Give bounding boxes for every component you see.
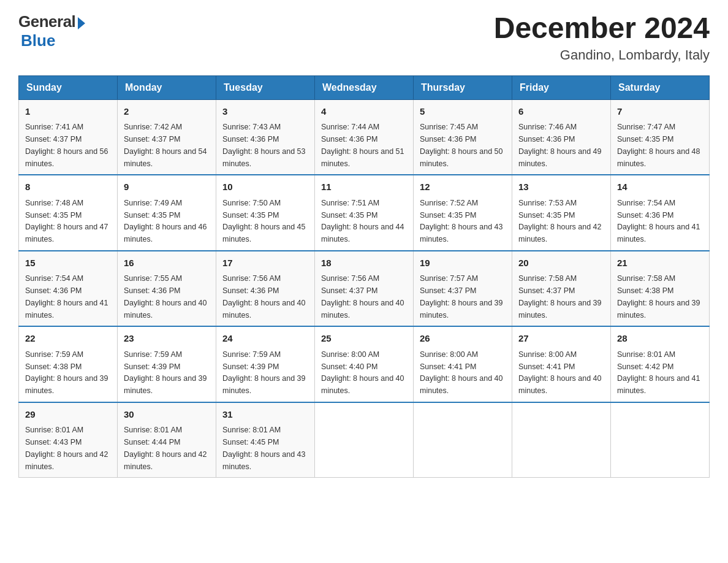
calendar-cell: 21 Sunrise: 7:58 AMSunset: 4:38 PMDaylig… [611, 251, 710, 327]
calendar-cell: 17 Sunrise: 7:56 AMSunset: 4:36 PMDaylig… [216, 251, 315, 327]
day-number: 2 [124, 105, 210, 119]
day-info: Sunrise: 8:01 AMSunset: 4:45 PMDaylight:… [222, 426, 306, 470]
header-cell-friday: Friday [512, 75, 611, 99]
calendar-cell: 26 Sunrise: 8:00 AMSunset: 4:41 PMDaylig… [414, 326, 512, 402]
calendar-cell: 2 Sunrise: 7:42 AMSunset: 4:37 PMDayligh… [118, 99, 216, 175]
calendar-cell: 12 Sunrise: 7:52 AMSunset: 4:35 PMDaylig… [414, 175, 512, 251]
day-info: Sunrise: 7:43 AMSunset: 4:36 PMDaylight:… [222, 123, 306, 167]
day-info: Sunrise: 7:56 AMSunset: 4:37 PMDaylight:… [321, 274, 404, 319]
day-number: 9 [124, 180, 210, 194]
header-row: SundayMondayTuesdayWednesdayThursdayFrid… [19, 75, 710, 99]
calendar-cell: 24 Sunrise: 7:59 AMSunset: 4:39 PMDaylig… [216, 326, 315, 402]
calendar-cell: 16 Sunrise: 7:55 AMSunset: 4:36 PMDaylig… [118, 251, 216, 327]
calendar-cell: 20 Sunrise: 7:58 AMSunset: 4:37 PMDaylig… [512, 251, 611, 327]
header-cell-monday: Monday [118, 75, 216, 99]
calendar-cell: 23 Sunrise: 7:59 AMSunset: 4:39 PMDaylig… [118, 326, 216, 402]
calendar-cell: 19 Sunrise: 7:57 AMSunset: 4:37 PMDaylig… [414, 251, 512, 327]
day-number: 30 [124, 408, 210, 422]
calendar-cell [315, 402, 414, 478]
day-number: 17 [222, 256, 308, 270]
day-number: 5 [420, 105, 506, 119]
day-number: 27 [518, 332, 604, 346]
calendar-cell: 7 Sunrise: 7:47 AMSunset: 4:35 PMDayligh… [611, 99, 710, 175]
day-number: 3 [222, 105, 308, 119]
calendar-week-3: 15 Sunrise: 7:54 AMSunset: 4:36 PMDaylig… [19, 251, 710, 327]
day-number: 15 [25, 256, 111, 270]
day-number: 4 [321, 105, 407, 119]
header-cell-saturday: Saturday [611, 75, 710, 99]
calendar-cell: 3 Sunrise: 7:43 AMSunset: 4:36 PMDayligh… [216, 99, 315, 175]
calendar-cell: 15 Sunrise: 7:54 AMSunset: 4:36 PMDaylig… [19, 251, 118, 327]
calendar-body: 1 Sunrise: 7:41 AMSunset: 4:37 PMDayligh… [19, 99, 710, 478]
calendar-cell: 28 Sunrise: 8:01 AMSunset: 4:42 PMDaylig… [611, 326, 710, 402]
day-info: Sunrise: 8:00 AMSunset: 4:40 PMDaylight:… [321, 350, 404, 395]
day-info: Sunrise: 7:58 AMSunset: 4:37 PMDaylight:… [518, 274, 602, 319]
day-info: Sunrise: 7:52 AMSunset: 4:35 PMDaylight:… [420, 199, 503, 243]
calendar-week-4: 22 Sunrise: 7:59 AMSunset: 4:38 PMDaylig… [19, 326, 710, 402]
calendar-cell: 29 Sunrise: 8:01 AMSunset: 4:43 PMDaylig… [19, 402, 118, 478]
day-info: Sunrise: 7:44 AMSunset: 4:36 PMDaylight:… [321, 123, 404, 167]
day-info: Sunrise: 7:47 AMSunset: 4:35 PMDaylight:… [617, 123, 700, 167]
day-info: Sunrise: 7:50 AMSunset: 4:35 PMDaylight:… [222, 199, 306, 243]
calendar-cell: 13 Sunrise: 7:53 AMSunset: 4:35 PMDaylig… [512, 175, 611, 251]
day-number: 11 [321, 180, 407, 194]
calendar-cell: 1 Sunrise: 7:41 AMSunset: 4:37 PMDayligh… [19, 99, 118, 175]
logo-general-text: General [18, 12, 75, 31]
day-number: 21 [617, 256, 703, 270]
day-info: Sunrise: 7:42 AMSunset: 4:37 PMDaylight:… [124, 123, 207, 167]
calendar-cell [414, 402, 512, 478]
day-info: Sunrise: 7:59 AMSunset: 4:38 PMDaylight:… [25, 350, 108, 395]
day-info: Sunrise: 7:54 AMSunset: 4:36 PMDaylight:… [25, 274, 108, 319]
header-cell-wednesday: Wednesday [315, 75, 414, 99]
day-number: 29 [25, 408, 111, 422]
logo-blue-text: Blue [21, 31, 55, 50]
day-number: 13 [518, 180, 604, 194]
day-number: 25 [321, 332, 407, 346]
day-info: Sunrise: 7:51 AMSunset: 4:35 PMDaylight:… [321, 199, 404, 243]
calendar-week-1: 1 Sunrise: 7:41 AMSunset: 4:37 PMDayligh… [19, 99, 710, 175]
location-subtitle: Gandino, Lombardy, Italy [494, 47, 710, 63]
day-number: 16 [124, 256, 210, 270]
calendar-cell: 11 Sunrise: 7:51 AMSunset: 4:35 PMDaylig… [315, 175, 414, 251]
day-number: 26 [420, 332, 506, 346]
calendar-cell: 30 Sunrise: 8:01 AMSunset: 4:44 PMDaylig… [118, 402, 216, 478]
day-number: 8 [25, 180, 111, 194]
calendar-cell: 5 Sunrise: 7:45 AMSunset: 4:36 PMDayligh… [414, 99, 512, 175]
header-cell-tuesday: Tuesday [216, 75, 315, 99]
day-info: Sunrise: 8:01 AMSunset: 4:42 PMDaylight:… [617, 350, 700, 395]
day-info: Sunrise: 7:48 AMSunset: 4:35 PMDaylight:… [25, 199, 108, 243]
day-number: 14 [617, 180, 703, 194]
day-info: Sunrise: 8:00 AMSunset: 4:41 PMDaylight:… [518, 350, 602, 395]
day-number: 7 [617, 105, 703, 119]
logo: General Blue [18, 12, 85, 50]
page-header: General Blue December 2024 Gandino, Lomb… [18, 12, 710, 63]
day-number: 18 [321, 256, 407, 270]
day-info: Sunrise: 7:56 AMSunset: 4:36 PMDaylight:… [222, 274, 306, 319]
calendar-header: SundayMondayTuesdayWednesdayThursdayFrid… [19, 75, 710, 99]
header-cell-thursday: Thursday [414, 75, 512, 99]
day-info: Sunrise: 8:00 AMSunset: 4:41 PMDaylight:… [420, 350, 503, 395]
day-info: Sunrise: 7:55 AMSunset: 4:36 PMDaylight:… [124, 274, 207, 319]
day-info: Sunrise: 7:59 AMSunset: 4:39 PMDaylight:… [222, 350, 306, 395]
calendar-cell: 22 Sunrise: 7:59 AMSunset: 4:38 PMDaylig… [19, 326, 118, 402]
title-section: December 2024 Gandino, Lombardy, Italy [494, 12, 710, 63]
calendar-table: SundayMondayTuesdayWednesdayThursdayFrid… [18, 75, 710, 478]
calendar-cell: 10 Sunrise: 7:50 AMSunset: 4:35 PMDaylig… [216, 175, 315, 251]
day-number: 1 [25, 105, 111, 119]
day-number: 28 [617, 332, 703, 346]
calendar-cell: 8 Sunrise: 7:48 AMSunset: 4:35 PMDayligh… [19, 175, 118, 251]
month-year-title: December 2024 [494, 12, 710, 45]
calendar-cell: 6 Sunrise: 7:46 AMSunset: 4:36 PMDayligh… [512, 99, 611, 175]
day-info: Sunrise: 7:45 AMSunset: 4:36 PMDaylight:… [420, 123, 503, 167]
logo-arrow-icon [78, 17, 85, 29]
day-number: 12 [420, 180, 506, 194]
calendar-cell: 9 Sunrise: 7:49 AMSunset: 4:35 PMDayligh… [118, 175, 216, 251]
day-info: Sunrise: 7:54 AMSunset: 4:36 PMDaylight:… [617, 199, 700, 243]
day-info: Sunrise: 7:53 AMSunset: 4:35 PMDaylight:… [518, 199, 602, 243]
day-number: 10 [222, 180, 308, 194]
day-number: 6 [518, 105, 604, 119]
day-info: Sunrise: 7:59 AMSunset: 4:39 PMDaylight:… [124, 350, 207, 395]
day-info: Sunrise: 7:58 AMSunset: 4:38 PMDaylight:… [617, 274, 700, 319]
day-number: 19 [420, 256, 506, 270]
calendar-cell: 14 Sunrise: 7:54 AMSunset: 4:36 PMDaylig… [611, 175, 710, 251]
